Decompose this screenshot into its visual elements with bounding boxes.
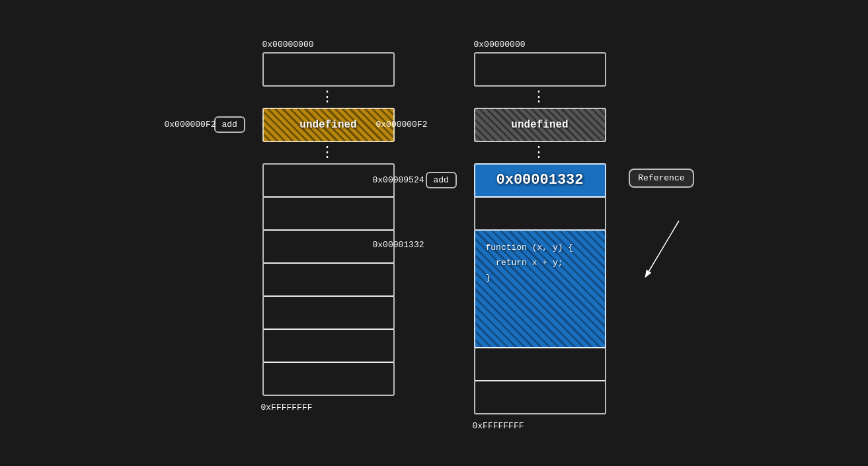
- reference-callout: Reference: [629, 169, 693, 188]
- right-cell-function: 0x00001332 function (x, y) { return x + …: [474, 229, 606, 348]
- right-cell-b: [474, 380, 606, 414]
- left-diagram: 0x00000000 ⋮ add 0x000000F2 undefined: [262, 53, 395, 395]
- right-cell-a: [474, 347, 606, 381]
- right-addr-top: 0x00000000: [474, 40, 526, 50]
- right-addr-1332: 0x00001332: [373, 240, 424, 250]
- right-cell-ref-value: add 0x00009524 0x00001332 Reference: [474, 163, 606, 198]
- left-cell-1: [262, 52, 395, 87]
- right-reference-value: 0x00001332: [496, 172, 583, 188]
- right-cell-gap: [474, 196, 606, 231]
- left-cell-9: [262, 362, 395, 396]
- left-memory-stack: 0x00000000 ⋮ add 0x000000F2 undefined: [262, 53, 395, 395]
- left-cell-7: [262, 295, 395, 330]
- right-addr-f2: 0x000000F2: [376, 120, 428, 130]
- left-cell-undefined: add 0x000000F2 undefined: [262, 108, 395, 142]
- left-cell-4: [262, 196, 395, 231]
- right-undefined-text: undefined: [511, 119, 568, 131]
- left-addr-f2: 0x000000F2: [165, 120, 216, 130]
- right-diagram: 0x00000000 ⋮ 0x000000F2 undefined: [474, 53, 606, 414]
- left-addr-top: 0x00000000: [262, 40, 314, 50]
- right-add-badge[interactable]: add: [426, 172, 457, 188]
- right-dots-middle: ⋮: [474, 141, 606, 165]
- left-addr-bottom: 0xFFFFFFFF: [261, 403, 313, 412]
- left-dots-top: ⋮: [262, 85, 395, 109]
- right-cell-1: [474, 52, 606, 87]
- right-memory-stack: 0x00000000 ⋮ 0x000000F2 undefined: [474, 53, 606, 414]
- left-dots-bottom: ⋮: [262, 141, 395, 165]
- right-dots-top: ⋮: [474, 85, 606, 109]
- right-addr-bottom: 0xFFFFFFFF: [473, 421, 524, 431]
- left-undefined-text: undefined: [299, 119, 356, 131]
- left-cell-8: [262, 329, 395, 363]
- left-add-badge[interactable]: add: [214, 116, 245, 133]
- left-cell-6: [262, 262, 395, 297]
- right-function-code: function (x, y) { return x + y; }: [486, 240, 574, 286]
- svg-line-0: [646, 221, 679, 276]
- right-addr-9524: 0x00009524: [373, 175, 424, 185]
- right-cell-undefined: 0x000000F2 undefined: [474, 108, 606, 142]
- reference-arrow: [606, 204, 712, 283]
